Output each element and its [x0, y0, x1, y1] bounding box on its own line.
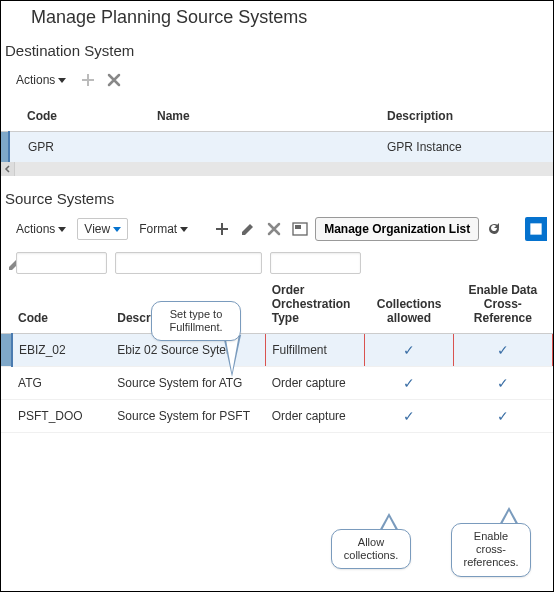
src-row-code: EBIZ_02: [12, 334, 111, 367]
src-col-cross-ref: Enable Data Cross-Reference: [453, 277, 552, 334]
filter-type-input[interactable]: [270, 252, 361, 274]
caret-down-icon: [113, 227, 121, 232]
callout-crossref: Enable cross-references.: [451, 523, 531, 577]
caret-down-icon: [58, 78, 66, 83]
src-format-label: Format: [139, 222, 177, 236]
callout-type: Set type to Fulfillment.: [151, 301, 241, 341]
src-actions-menu[interactable]: Actions: [9, 218, 73, 240]
dest-actions-menu[interactable]: Actions: [9, 69, 73, 91]
detach-icon[interactable]: [289, 218, 311, 240]
dest-horizontal-scrollbar[interactable]: [1, 162, 553, 176]
page-title: Manage Planning Source Systems: [1, 1, 553, 38]
src-col-order-type: Order Orchestration Type: [266, 277, 365, 334]
src-filter-row: [1, 249, 553, 277]
sidebar-tab-icon[interactable]: [525, 217, 547, 241]
filter-description-input[interactable]: [115, 252, 261, 274]
destination-section-title: Destination System: [1, 38, 553, 65]
callout-type-tail: [223, 335, 241, 377]
src-row-collections: ✓: [365, 334, 453, 367]
src-row-code: PSFT_DOO: [12, 400, 111, 433]
refresh-icon[interactable]: [483, 218, 505, 240]
destination-table: Code Name Description GPR GPR Instance: [1, 99, 553, 176]
edit-icon[interactable]: [237, 218, 259, 240]
add-icon[interactable]: [211, 218, 233, 240]
src-row-order-type: Order capture: [266, 400, 365, 433]
caret-down-icon: [180, 227, 188, 232]
add-icon[interactable]: [77, 69, 99, 91]
src-row-collections: ✓: [365, 400, 453, 433]
delete-icon[interactable]: [263, 218, 285, 240]
dest-row-name: [139, 132, 369, 163]
source-section-title: Source Systems: [1, 186, 553, 213]
source-toolbar: Actions View Format Manage Organization …: [1, 213, 553, 249]
src-col-collections: Collections allowed: [365, 277, 453, 334]
callout-collections: Allow collections.: [331, 529, 411, 569]
src-row-order-type: Order capture: [266, 367, 365, 400]
src-row-code: ATG: [12, 367, 111, 400]
src-row-description: Source System for PSFT: [111, 400, 265, 433]
src-table-row[interactable]: EBIZ_02 Ebiz 02 Source Sytem Fulfillment…: [1, 334, 553, 367]
src-table-row[interactable]: PSFT_DOO Source System for PSFT Order ca…: [1, 400, 553, 433]
dest-col-code: Code: [9, 99, 139, 132]
src-format-menu[interactable]: Format: [132, 218, 195, 240]
destination-toolbar: Actions: [1, 65, 553, 99]
dest-row-code: GPR: [9, 132, 139, 163]
dest-col-description: Description: [369, 99, 553, 132]
dest-col-name: Name: [139, 99, 369, 132]
src-row-collections: ✓: [365, 367, 453, 400]
svg-rect-3: [531, 224, 534, 234]
src-row-order-type: Fulfillment: [266, 334, 365, 367]
filter-code-input[interactable]: [16, 252, 107, 274]
scroll-left-icon[interactable]: [1, 162, 15, 176]
src-view-label: View: [84, 222, 110, 236]
manage-org-list-button[interactable]: Manage Organization List: [315, 217, 479, 241]
row-handle: [1, 132, 9, 163]
src-table-row[interactable]: ATG Source System for ATG Order capture …: [1, 367, 553, 400]
src-row-crossref: ✓: [453, 400, 552, 433]
dest-actions-label: Actions: [16, 73, 55, 87]
dest-row-description: GPR Instance: [369, 132, 553, 163]
src-col-code: Code: [12, 277, 111, 334]
src-row-crossref: ✓: [453, 367, 552, 400]
src-row-description: Source System for ATG: [111, 367, 265, 400]
source-table: Code Description Order Orchestration Typ…: [1, 249, 553, 433]
row-handle: [1, 334, 12, 367]
dest-table-row[interactable]: GPR GPR Instance: [1, 132, 553, 163]
svg-rect-1: [295, 225, 301, 229]
src-row-crossref: ✓: [453, 334, 552, 367]
src-actions-label: Actions: [16, 222, 55, 236]
delete-icon[interactable]: [103, 69, 125, 91]
caret-down-icon: [58, 227, 66, 232]
src-view-menu[interactable]: View: [77, 218, 128, 240]
